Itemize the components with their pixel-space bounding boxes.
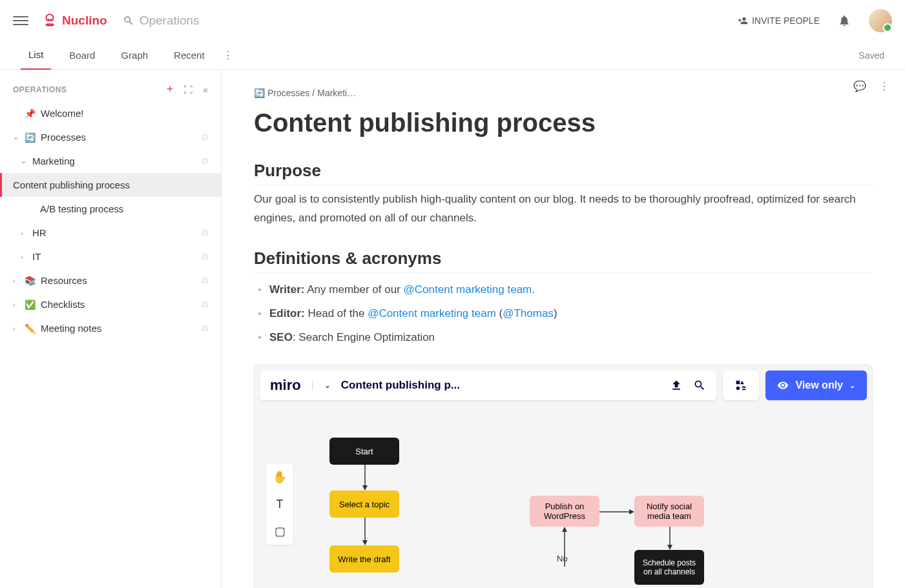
flow-node-notify[interactable]: Notify social media team xyxy=(634,496,704,527)
tab-graph[interactable]: Graph xyxy=(113,41,156,70)
pencil-icon: ✏️ xyxy=(25,323,36,334)
miro-menu-icon[interactable]: ⌄ xyxy=(324,381,331,390)
miro-tools: ✋ T ▢ xyxy=(266,463,293,545)
document-content: 💬 ⋮ 🔄 Processes / Marketi… Content publi… xyxy=(222,70,905,588)
flow-node-select[interactable]: Select a topic xyxy=(329,491,399,518)
sidebar-item-content-publishing[interactable]: Content publishing process xyxy=(0,173,221,197)
sidebar-item-meeting-notes[interactable]: › ✏️ Meeting notes ⧉ xyxy=(0,316,221,340)
sidebar-item-checklists[interactable]: › ✅ Checklists ⧉ xyxy=(0,292,221,316)
flow-node-start[interactable]: Start xyxy=(329,438,399,465)
copy-icon[interactable]: ⧉ xyxy=(202,299,208,310)
copy-icon[interactable]: ⧉ xyxy=(202,156,208,167)
search-placeholder: Operations xyxy=(140,14,200,28)
chevron-down-icon: ⌄ xyxy=(21,157,30,165)
refresh-icon: 🔄 xyxy=(254,88,265,98)
user-avatar[interactable] xyxy=(869,9,892,32)
copy-icon[interactable]: ⧉ xyxy=(202,251,208,262)
sidebar-item-welcome[interactable]: 📌 Welcome! xyxy=(0,101,221,125)
chevron-down-icon: ⌄ xyxy=(13,133,22,141)
upload-icon[interactable] xyxy=(670,379,683,392)
copy-icon[interactable]: ⧉ xyxy=(202,227,208,238)
sidebar-title: OPERATIONS xyxy=(13,85,167,94)
tab-list[interactable]: List xyxy=(21,41,51,70)
arrow-icon xyxy=(362,518,368,545)
sidebar-item-ab-testing[interactable]: A/B testing process xyxy=(0,197,221,221)
eye-icon xyxy=(777,380,789,391)
svg-marker-3 xyxy=(362,540,368,545)
copy-icon[interactable]: ⧉ xyxy=(202,323,208,334)
def-writer[interactable]: Writer: Any member of our @Content marke… xyxy=(254,278,873,302)
miro-canvas[interactable]: ✋ T ▢ Start Select a topic Write the dra… xyxy=(260,407,867,588)
check-icon: ✅ xyxy=(25,299,36,310)
miro-apps-button[interactable] xyxy=(723,370,759,400)
arrow-icon xyxy=(561,527,568,572)
svg-marker-9 xyxy=(667,545,672,550)
purpose-text[interactable]: Our goal is to consistently publish high… xyxy=(254,190,873,228)
miro-logo: miro xyxy=(270,377,301,394)
page-title[interactable]: Content publishing process xyxy=(254,108,873,137)
sidebar-item-marketing[interactable]: ⌄ Marketing ⧉ xyxy=(0,149,221,173)
books-icon: 📚 xyxy=(25,276,36,286)
flow-node-draft[interactable]: Write the draft xyxy=(329,545,399,573)
brand-logo[interactable]: Nuclino xyxy=(41,12,107,29)
svg-marker-1 xyxy=(362,485,368,491)
add-page-icon[interactable]: + xyxy=(167,83,174,96)
pin-icon: 📌 xyxy=(25,108,36,119)
miro-board-title: Content publishing p... xyxy=(341,379,660,392)
copy-icon[interactable]: ⧉ xyxy=(202,132,208,143)
brand-icon xyxy=(41,12,58,29)
save-status: Saved xyxy=(858,50,884,61)
comments-icon[interactable]: 💬 xyxy=(853,80,866,92)
expand-icon[interactable]: ⛶ xyxy=(183,85,192,95)
copy-icon[interactable]: ⧉ xyxy=(202,275,208,286)
more-icon[interactable]: ⋮ xyxy=(879,80,889,92)
chevron-right-icon: › xyxy=(21,253,30,261)
mention-content-team[interactable]: @Content marketing team xyxy=(404,283,532,296)
arrow-icon xyxy=(599,509,634,515)
svg-marker-7 xyxy=(629,509,634,514)
flow-node-publish[interactable]: Publish on WordPress xyxy=(530,496,599,527)
sidebar-item-processes[interactable]: ⌄ 🔄 Processes ⧉ xyxy=(0,125,221,149)
invite-people-button[interactable]: INVITE PEOPLE xyxy=(738,15,820,26)
invite-label: INVITE PEOPLE xyxy=(752,15,820,26)
breadcrumb[interactable]: 🔄 Processes / Marketi… xyxy=(254,88,873,98)
definitions-heading[interactable]: Definitions & acronyms xyxy=(254,248,873,273)
menu-button[interactable] xyxy=(13,13,28,28)
brand-text: Nuclino xyxy=(62,14,107,28)
search-icon[interactable] xyxy=(693,379,706,392)
mention-thomas[interactable]: @Thomas xyxy=(503,307,554,319)
sidebar-item-it[interactable]: › IT ⧉ xyxy=(0,245,221,269)
tab-recent[interactable]: Recent xyxy=(166,41,213,70)
arrow-icon xyxy=(667,527,673,550)
tab-board[interactable]: Board xyxy=(61,41,103,70)
mention-content-team[interactable]: @Content marketing team xyxy=(368,307,496,319)
purpose-heading[interactable]: Purpose xyxy=(254,161,873,185)
sidebar-item-hr[interactable]: › HR ⧉ xyxy=(0,221,221,245)
arrow-icon xyxy=(362,465,368,491)
search-icon xyxy=(123,15,134,26)
chevron-right-icon: › xyxy=(13,325,22,332)
def-editor[interactable]: Editor: Head of the @Content marketing t… xyxy=(254,302,873,326)
shapes-icon xyxy=(734,378,748,392)
chevron-right-icon: › xyxy=(21,229,30,237)
flow-node-schedule[interactable]: Schedule posts on all channels xyxy=(634,550,704,585)
text-tool-icon[interactable]: T xyxy=(266,491,293,518)
def-seo[interactable]: SEO: Search Engine Optimization xyxy=(254,326,873,350)
sidebar-item-resources[interactable]: › 📚 Resources ⧉ xyxy=(0,269,221,292)
chevron-right-icon: › xyxy=(13,277,22,285)
sticky-tool-icon[interactable]: ▢ xyxy=(266,518,293,545)
refresh-icon: 🔄 xyxy=(25,132,36,143)
chevron-right-icon: › xyxy=(13,301,22,309)
view-only-button[interactable]: View only ⌄ xyxy=(765,370,867,400)
search-input[interactable]: Operations xyxy=(123,14,738,28)
sidebar: OPERATIONS + ⛶ « 📌 Welcome! ⌄ 🔄 Processe… xyxy=(0,70,222,588)
chevron-down-icon: ⌄ xyxy=(849,381,855,390)
notifications-icon[interactable] xyxy=(838,14,851,27)
miro-embed[interactable]: miro | ⌄ Content publishing p... View on… xyxy=(254,365,873,588)
collapse-sidebar-icon[interactable]: « xyxy=(203,85,208,95)
svg-marker-5 xyxy=(562,527,567,532)
tabs-more-icon[interactable]: ⋮ xyxy=(223,49,233,61)
hand-tool-icon[interactable]: ✋ xyxy=(266,463,293,491)
invite-icon xyxy=(738,15,748,26)
